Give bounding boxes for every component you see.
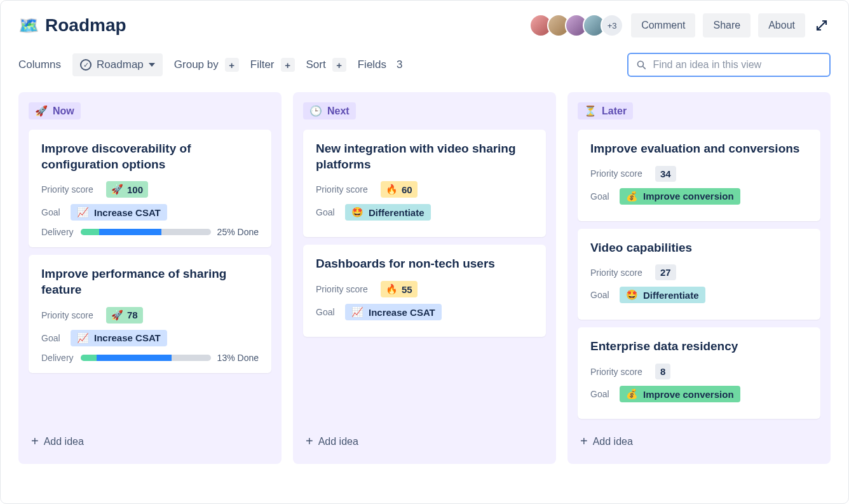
idea-card[interactable]: Improve performance of sharing featurePr… [29, 255, 271, 372]
column-name: Now [53, 106, 74, 117]
priority-label: Priority score [316, 184, 373, 194]
priority-label: Priority score [41, 184, 98, 194]
card-title: Enterprise data residency [590, 339, 808, 355]
delivery-row: Delivery13% Done [41, 353, 259, 363]
board-column: 🚀NowImprove discoverability of configura… [18, 92, 282, 464]
search-input[interactable] [653, 59, 822, 71]
columns-selector[interactable]: ✓ Roadmap [72, 53, 163, 76]
goal-label: Goal [41, 207, 63, 217]
column-emoji-icon: 🚀 [35, 105, 48, 117]
priority-label: Priority score [41, 310, 98, 320]
goal-label: Goal [316, 307, 337, 317]
goal-text: Increase CSAT [94, 207, 161, 218]
plus-icon: + [580, 434, 588, 449]
goal-emoji-icon: 🤩 [351, 207, 363, 218]
add-idea-button[interactable]: +Add idea [29, 429, 271, 454]
goal-label: Goal [316, 207, 337, 217]
page-icon: 🗺️ [18, 16, 39, 36]
column-emoji-icon: ⏳ [584, 105, 597, 117]
card-title: Video capabilities [590, 240, 808, 256]
priority-badge: 🔥55 [381, 281, 418, 297]
idea-card[interactable]: Improve evaluation and conversionsPriori… [578, 130, 820, 221]
idea-card[interactable]: Video capabilitiesPriority score27Goal🤩D… [578, 229, 820, 320]
goal-row: Goal📈Increase CSAT [41, 330, 259, 346]
goal-text: Differentiate [369, 207, 424, 218]
idea-card[interactable]: Enterprise data residencyPriority score8… [578, 327, 820, 419]
expand-icon [815, 19, 828, 32]
goal-text: Increase CSAT [369, 307, 435, 318]
page-title: Roadmap [45, 15, 126, 36]
comment-button[interactable]: Comment [631, 13, 695, 37]
goal-text: Improve conversion [643, 191, 734, 201]
fields-control[interactable]: Fields 3 [358, 57, 407, 72]
sort-control[interactable]: Sort + [306, 58, 346, 72]
add-idea-label: Add idea [44, 436, 84, 447]
priority-label: Priority score [590, 367, 648, 377]
search-box[interactable] [627, 53, 831, 77]
add-idea-label: Add idea [318, 436, 358, 447]
plus-icon: + [31, 434, 39, 449]
priority-row: Priority score🚀100 [41, 181, 259, 198]
goal-tag: 📈Increase CSAT [345, 304, 442, 320]
goal-label: Goal [41, 333, 63, 343]
add-idea-label: Add idea [593, 436, 633, 447]
fields-label: Fields [358, 58, 386, 71]
goal-text: Improve conversion [643, 389, 734, 400]
plus-icon: + [281, 58, 295, 72]
filter-control[interactable]: Filter + [250, 58, 295, 72]
priority-badge: 🚀100 [106, 181, 148, 198]
priority-value: 55 [402, 284, 412, 295]
goal-row: Goal🤩Differentiate [316, 204, 533, 221]
header-actions: +3 Comment Share About [529, 13, 831, 37]
goal-label: Goal [590, 389, 612, 399]
about-button[interactable]: About [758, 13, 805, 37]
presence-avatars[interactable]: +3 [529, 14, 623, 37]
delivery-progress [81, 229, 211, 235]
priority-row: Priority score🔥55 [316, 281, 533, 297]
priority-value: 34 [660, 168, 671, 179]
expand-button[interactable] [813, 17, 831, 34]
board-column: 🕒NextNew integration with video sharing … [293, 92, 556, 464]
filter-label: Filter [250, 58, 275, 71]
plus-icon: + [225, 58, 239, 72]
goal-emoji-icon: 📈 [77, 332, 89, 344]
idea-card[interactable]: Improve discoverability of configuration… [29, 130, 271, 247]
card-title: Improve performance of sharing feature [41, 266, 259, 297]
check-circle-icon: ✓ [80, 59, 92, 71]
goal-tag: 💰Improve conversion [620, 188, 740, 205]
priority-badge: 34 [655, 166, 676, 182]
priority-badge: 27 [655, 264, 676, 280]
column-header[interactable]: 🕒Next [303, 102, 356, 119]
goal-label: Goal [590, 191, 612, 201]
delivery-done-text: 13% Done [217, 353, 259, 363]
priority-label: Priority score [590, 168, 648, 179]
plus-icon: + [306, 434, 313, 449]
header: 🗺️ Roadmap +3 Comment Share About [18, 13, 831, 37]
chevron-down-icon [149, 63, 155, 67]
cards-list: New integration with video sharing platf… [303, 130, 546, 419]
svg-point-0 [637, 61, 643, 67]
page-title-wrap: 🗺️ Roadmap [18, 15, 126, 36]
add-idea-button[interactable]: +Add idea [303, 429, 546, 454]
column-emoji-icon: 🕒 [309, 105, 322, 117]
search-icon [636, 59, 646, 71]
card-title: New integration with video sharing platf… [316, 141, 533, 172]
add-idea-button[interactable]: +Add idea [578, 429, 820, 454]
priority-row: Priority score27 [590, 264, 808, 280]
column-header[interactable]: ⏳Later [578, 102, 633, 119]
priority-value: 100 [127, 184, 143, 195]
avatar-overflow[interactable]: +3 [601, 14, 623, 37]
idea-card[interactable]: New integration with video sharing platf… [303, 130, 546, 237]
goal-emoji-icon: 💰 [626, 191, 638, 202]
priority-emoji-icon: 🔥 [386, 184, 398, 195]
column-header[interactable]: 🚀Now [29, 102, 81, 119]
goal-emoji-icon: 📈 [77, 207, 89, 218]
priority-emoji-icon: 🔥 [386, 283, 398, 295]
column-name: Next [327, 106, 350, 117]
share-button[interactable]: Share [703, 13, 751, 37]
groupby-control[interactable]: Group by + [174, 58, 239, 72]
delivery-done-text: 25% Done [217, 227, 259, 237]
goal-label: Goal [590, 290, 612, 300]
idea-card[interactable]: Dashboards for non-tech usersPriority sc… [303, 245, 546, 337]
board: 🚀NowImprove discoverability of configura… [18, 92, 831, 464]
